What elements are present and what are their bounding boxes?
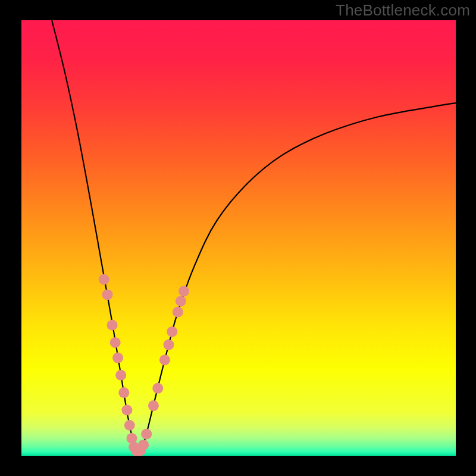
highlighted-points-group: [99, 274, 189, 456]
watermark-text: TheBottleneck.com: [336, 1, 470, 20]
marker-point: [178, 286, 189, 296]
marker-point: [124, 420, 135, 431]
chart-svg: [21, 20, 456, 456]
marker-point: [176, 296, 186, 306]
marker-point: [163, 339, 174, 350]
marker-point: [173, 306, 183, 317]
marker-point: [115, 370, 126, 381]
marker-point: [141, 428, 152, 439]
bottleneck-curve: [52, 20, 456, 452]
marker-point: [102, 289, 113, 300]
marker-point: [138, 440, 149, 450]
marker-point: [152, 383, 163, 394]
marker-point: [99, 274, 109, 285]
marker-point: [159, 355, 170, 365]
marker-point: [118, 387, 129, 398]
marker-point: [112, 352, 123, 363]
marker-point: [167, 326, 177, 337]
chart-plot-area: [21, 20, 456, 456]
marker-point: [121, 405, 132, 415]
marker-point: [107, 320, 118, 330]
marker-point: [148, 400, 159, 411]
marker-point: [110, 337, 121, 348]
